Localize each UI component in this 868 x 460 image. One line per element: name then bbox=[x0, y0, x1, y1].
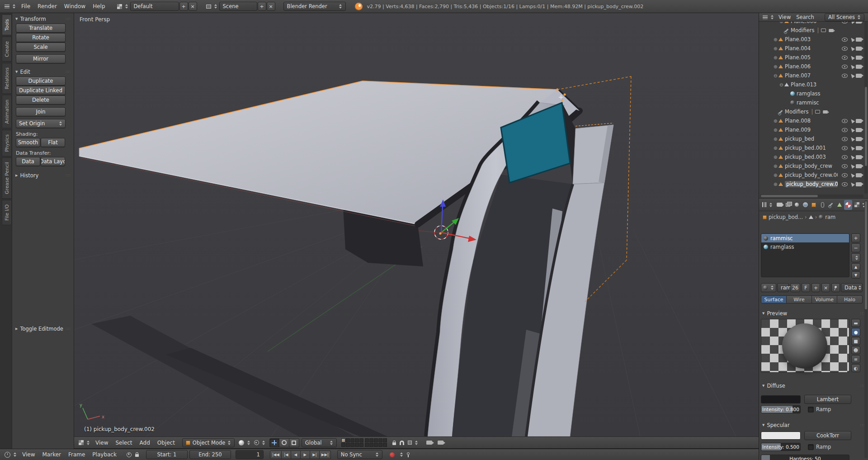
specular-hardness-slider[interactable]: Hardness: 50 bbox=[761, 455, 849, 460]
outliner-item[interactable]: rammisc bbox=[759, 98, 868, 107]
next-keyframe-button[interactable]: ▶| bbox=[310, 451, 320, 459]
visibility-eye-icon[interactable] bbox=[842, 74, 848, 78]
delete-button[interactable]: Delete bbox=[16, 95, 66, 104]
editor-type-timeline-button[interactable] bbox=[3, 450, 19, 459]
move-slot-up-button[interactable]: ▲ bbox=[851, 263, 860, 270]
selectability-cursor-icon[interactable] bbox=[849, 116, 855, 123]
outliner-menu-search[interactable]: Search bbox=[793, 13, 817, 22]
properties-tab-object-data[interactable] bbox=[835, 200, 844, 210]
expand-toggle-icon[interactable]: ⊖ bbox=[778, 82, 784, 87]
outliner-item[interactable]: ⊕pickup_body_crew bbox=[759, 161, 868, 171]
outliner-item[interactable]: ⊕Plane.006 bbox=[759, 62, 868, 71]
mirror-button[interactable]: Mirror bbox=[16, 54, 66, 63]
slot-specials-button[interactable] bbox=[851, 253, 860, 262]
properties-tab-scene[interactable] bbox=[793, 200, 801, 210]
play-reverse-button[interactable]: ◀ bbox=[291, 451, 301, 459]
outliner-item[interactable]: ⊕pickup_body_crew.002 bbox=[759, 180, 868, 189]
rotate-button[interactable]: Rotate bbox=[16, 33, 66, 42]
expand-toggle-icon[interactable]: ⊕ bbox=[773, 181, 778, 187]
viewport-menu-add[interactable]: Add bbox=[136, 438, 154, 447]
properties-tab-constraints[interactable] bbox=[818, 200, 826, 210]
layer-toggle[interactable] bbox=[341, 443, 345, 447]
jump-to-start-button[interactable]: |◀◀ bbox=[270, 451, 282, 459]
editor-type-properties-button[interactable] bbox=[760, 200, 774, 209]
tool-tab-physics[interactable]: Physics bbox=[2, 130, 12, 156]
material-link-select[interactable]: Data bbox=[841, 283, 863, 292]
3d-viewport[interactable]: x y Front Persp (1) pickup_body_crew.002 bbox=[74, 13, 759, 436]
remove-slot-button[interactable]: − bbox=[851, 243, 860, 252]
keying-set-select[interactable] bbox=[396, 450, 405, 459]
selectability-cursor-icon[interactable] bbox=[849, 161, 855, 168]
renderability-camera-icon[interactable] bbox=[856, 128, 862, 132]
expand-toggle-icon[interactable]: ⊕ bbox=[773, 145, 778, 151]
properties-tab-render-layers[interactable] bbox=[784, 200, 792, 210]
visibility-eye-icon[interactable] bbox=[842, 182, 848, 186]
selectability-cursor-icon[interactable] bbox=[849, 134, 855, 141]
renderability-camera-icon[interactable] bbox=[856, 164, 862, 168]
users-count-button[interactable]: 26 bbox=[790, 283, 800, 292]
selectability-cursor-icon[interactable] bbox=[849, 62, 855, 69]
scene-browse-button[interactable] bbox=[204, 2, 219, 11]
material-type-wire[interactable]: Wire bbox=[787, 295, 812, 304]
outliner-item[interactable]: ⊕Plane.009 bbox=[759, 125, 868, 134]
renderability-camera-icon[interactable] bbox=[856, 173, 862, 177]
transform-orientation-select[interactable]: Global bbox=[302, 438, 337, 447]
selectability-cursor-icon[interactable] bbox=[849, 22, 855, 24]
render-toggle-icon[interactable] bbox=[823, 110, 828, 113]
outliner-item[interactable]: ⊕pickup_body_crew.001 bbox=[759, 171, 868, 180]
selectability-cursor-icon[interactable] bbox=[849, 152, 855, 159]
layer-toggle[interactable] bbox=[359, 438, 363, 442]
layer-toggle[interactable] bbox=[359, 443, 363, 447]
scene-delete-button[interactable]: × bbox=[267, 2, 275, 11]
layout-name-field[interactable]: Default bbox=[130, 2, 179, 11]
material-type-halo[interactable]: Halo bbox=[837, 295, 863, 304]
tool-tab-relations[interactable]: Relations bbox=[2, 63, 12, 94]
visibility-eye-icon[interactable] bbox=[842, 22, 848, 24]
insert-keyframe-button[interactable] bbox=[405, 450, 411, 459]
layout-browse-button[interactable] bbox=[115, 2, 130, 11]
outliner-item[interactable]: ⊖Plane.007 bbox=[759, 71, 868, 80]
expand-toggle-icon[interactable]: ⊕ bbox=[773, 154, 778, 160]
renderability-camera-icon[interactable] bbox=[856, 137, 862, 141]
render-engine-select[interactable]: Blender Render bbox=[283, 2, 346, 11]
editor-type-outliner-button[interactable] bbox=[761, 13, 776, 22]
preview-flat-button[interactable]: ▬ bbox=[851, 319, 860, 327]
selectability-cursor-icon[interactable] bbox=[849, 44, 855, 51]
diffuse-section-header[interactable]: ▼Diffuse∷∷ bbox=[759, 381, 868, 390]
layer-toggle[interactable] bbox=[374, 443, 378, 447]
material-slot[interactable]: rammisc bbox=[761, 234, 849, 242]
preview-monkey-button[interactable]: ☻ bbox=[851, 346, 860, 354]
add-slot-button[interactable]: + bbox=[851, 233, 860, 242]
properties-tab-world[interactable] bbox=[801, 200, 809, 210]
visibility-eye-icon[interactable] bbox=[842, 164, 848, 168]
render-toggle-icon[interactable] bbox=[829, 28, 834, 32]
editor-type-3dview-button[interactable] bbox=[77, 438, 92, 447]
translate-manipulator-toggle[interactable] bbox=[269, 438, 279, 447]
outliner-item[interactable]: ⊖Plane.013 bbox=[759, 80, 868, 89]
expand-toggle-icon[interactable]: ⊕ bbox=[778, 22, 784, 24]
jump-to-end-button[interactable]: ▶▶| bbox=[320, 451, 331, 459]
diffuse-ramp-toggle[interactable]: Ramp bbox=[808, 406, 831, 413]
expand-toggle-icon[interactable]: ⊕ bbox=[773, 55, 778, 60]
layer-toggle[interactable] bbox=[355, 443, 359, 447]
selectability-cursor-icon[interactable] bbox=[849, 53, 855, 60]
layer-toggle[interactable] bbox=[374, 438, 378, 442]
scene-add-button[interactable]: + bbox=[258, 2, 266, 11]
selectability-cursor-icon[interactable] bbox=[849, 180, 855, 186]
preview-sphere-button[interactable]: ● bbox=[851, 328, 860, 336]
properties-tab-material[interactable] bbox=[844, 200, 852, 210]
layer-toggle[interactable] bbox=[350, 438, 354, 442]
material-name-field[interactable]: ram bbox=[777, 283, 789, 292]
breadcrumb-object[interactable]: pickup_bod... bbox=[769, 214, 803, 220]
editor-type-info-button[interactable] bbox=[3, 2, 18, 11]
outliner-item[interactable]: ⊕Plane.008 bbox=[759, 116, 868, 125]
renderability-camera-icon[interactable] bbox=[856, 38, 862, 42]
duplicate-linked-button[interactable]: Duplicate Linked bbox=[16, 86, 66, 95]
rotate-manipulator-toggle[interactable] bbox=[279, 438, 289, 447]
edit-panel-header[interactable]: ▼Edit∷∷ bbox=[12, 67, 74, 76]
selectability-cursor-icon[interactable] bbox=[849, 71, 855, 78]
selectability-cursor-icon[interactable] bbox=[849, 35, 855, 42]
material-slot[interactable]: ramglass bbox=[761, 242, 849, 251]
timeline-menu-marker[interactable]: Marker bbox=[38, 450, 64, 459]
renderability-camera-icon[interactable] bbox=[856, 47, 862, 51]
